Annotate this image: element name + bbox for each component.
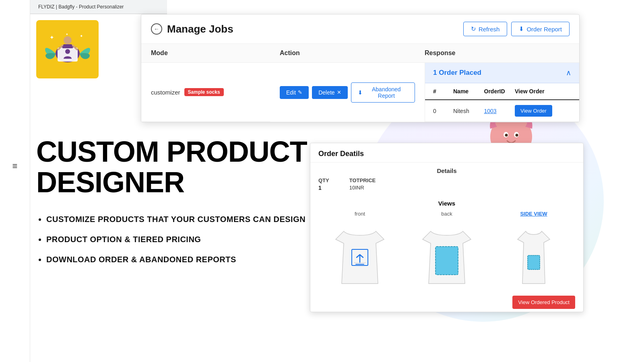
abandoned-download-icon: ⬇ xyxy=(358,89,363,96)
col-vieworder: View Order xyxy=(515,88,571,95)
order-id-link[interactable]: 1003 xyxy=(484,108,497,114)
qty-value: 1 xyxy=(318,185,329,191)
order-num: 0 xyxy=(433,108,453,114)
hero-bullet-1: CUSTOMIZE PRODUCTS THAT YOUR CUSTOMERS C… xyxy=(46,214,310,225)
back-view: back xyxy=(405,211,488,292)
jobs-table: Mode Action Response customizer Sample s… xyxy=(141,44,579,122)
edit-icon: ✎ xyxy=(298,89,302,95)
order-table-row: 0 Nitesh 1003 View Order xyxy=(425,100,579,122)
action-cell: Edit ✎ Delete ✕ ⬇ Abandoned Report xyxy=(270,63,425,122)
brand-logo: ✦ ✦ ✦ xyxy=(36,20,99,78)
details-section-title: Details xyxy=(318,167,575,174)
back-button[interactable]: ← xyxy=(151,23,162,35)
delete-icon: ✕ xyxy=(337,89,341,95)
header-response: Response xyxy=(425,49,570,57)
table-header: Mode Action Response xyxy=(141,44,579,63)
download-icon: ⬇ xyxy=(519,25,524,33)
edit-button[interactable]: Edit ✎ xyxy=(280,86,309,99)
panel-header: ← Manage Jobs ↻ Refresh ⬇ Order Report xyxy=(141,14,579,44)
panel-title: Manage Jobs xyxy=(167,23,233,35)
hamburger-icon[interactable]: ≡ xyxy=(12,161,18,171)
svg-point-13 xyxy=(516,134,518,137)
hero-bullet-2: PRODUCT OPTION & TIERED PRICING xyxy=(46,234,310,245)
delete-button[interactable]: Delete ✕ xyxy=(312,86,347,99)
refresh-button[interactable]: ↻ Refresh xyxy=(463,22,508,36)
col-orderid: OrderID xyxy=(484,88,515,95)
svg-text:✦: ✦ xyxy=(80,34,83,38)
order-report-button[interactable]: ⬇ Order Report xyxy=(511,22,570,36)
svg-point-2 xyxy=(65,49,70,54)
front-view: front xyxy=(318,211,401,292)
hero-section: CUSTOM PRODUCT DESIGNER CUSTOMIZE PRODUC… xyxy=(36,137,310,274)
hero-title: CUSTOM PRODUCT DESIGNER xyxy=(36,137,310,197)
view-ordered-product-container: View Ordered Product xyxy=(310,292,583,312)
col-num: # xyxy=(433,88,453,95)
browser-tab-title: FLYDIZ | Badgfly - Product Personalizer xyxy=(38,4,124,10)
manage-jobs-panel: ← Manage Jobs ↻ Refresh ⬇ Order Report M… xyxy=(141,14,580,122)
front-tshirt-svg xyxy=(328,219,392,292)
view-ordered-product-button[interactable]: View Ordered Product xyxy=(512,296,575,309)
panel-title-group: ← Manage Jobs xyxy=(151,23,233,35)
right-label: SIDE VIEW xyxy=(520,211,547,217)
mode-text: customizer xyxy=(151,89,180,96)
hero-bullets: CUSTOMIZE PRODUCTS THAT YOUR CUSTOMERS C… xyxy=(36,214,310,265)
col-name: Name xyxy=(453,88,484,95)
sample-badge: Sample socks xyxy=(184,88,224,96)
header-mode: Mode xyxy=(151,49,280,57)
view-order-button[interactable]: View Order xyxy=(515,105,552,117)
order-details-overlay: Order Deatils Details QTY 1 TOTPRICE 10I… xyxy=(310,143,584,312)
order-name: Nitesh xyxy=(453,108,484,114)
order-placed-header: 1 Order Placed ∧ xyxy=(425,63,579,83)
svg-rect-26 xyxy=(436,247,458,275)
details-section: Details QTY 1 TOTPRICE 10INR xyxy=(310,162,583,196)
order-placed-text: 1 Order Placed xyxy=(433,69,481,77)
totprice-label: TOTPRICE xyxy=(349,177,376,183)
svg-text:✦: ✦ xyxy=(66,33,68,36)
views-section: Views front back xyxy=(310,196,583,292)
back-tshirt-svg xyxy=(415,219,479,292)
svg-point-12 xyxy=(505,134,508,137)
views-title: Views xyxy=(318,200,575,207)
qty-label: QTY xyxy=(318,177,329,183)
browser-tab: FLYDIZ | Badgfly - Product Personalizer xyxy=(30,0,167,14)
header-action: Action xyxy=(280,49,425,57)
right-tshirt-svg xyxy=(502,219,566,292)
abandoned-report-button[interactable]: ⬇ Abandoned Report xyxy=(351,82,415,103)
back-label: back xyxy=(441,211,452,217)
refresh-icon: ↻ xyxy=(471,25,476,33)
totprice-value: 10INR xyxy=(349,185,376,191)
svg-rect-28 xyxy=(528,255,540,269)
back-arrow-icon: ← xyxy=(154,26,159,32)
hero-bullet-3: DOWNLOAD ORDER & ABANDONED REPORTS xyxy=(46,254,310,265)
chevron-up-icon[interactable]: ∧ xyxy=(566,68,571,77)
svg-point-6 xyxy=(64,36,72,44)
response-column: 1 Order Placed ∧ # Name OrderID View Ord… xyxy=(425,63,579,122)
views-grid: front back xyxy=(318,211,575,292)
order-table-header: # Name OrderID View Order xyxy=(425,83,579,100)
front-label: front xyxy=(355,211,365,217)
svg-text:✦: ✦ xyxy=(50,34,54,41)
view-order-cell: View Order xyxy=(515,105,571,117)
table-row: customizer Sample socks xyxy=(141,63,270,122)
order-details-title: Order Deatils xyxy=(310,143,583,162)
sidebar: ≡ xyxy=(0,0,30,362)
header-actions: ↻ Refresh ⬇ Order Report xyxy=(463,22,570,36)
order-id-cell: 1003 xyxy=(484,108,515,114)
right-view: SIDE VIEW xyxy=(492,211,575,292)
